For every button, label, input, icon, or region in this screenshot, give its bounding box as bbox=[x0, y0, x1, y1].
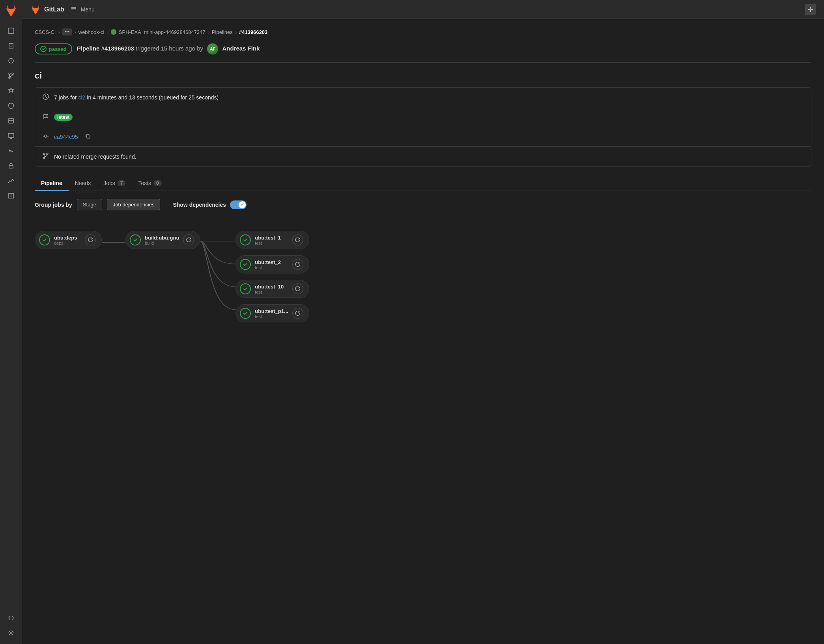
job-node-ubu-test-10[interactable]: ubu:test_10 test bbox=[235, 280, 309, 298]
user-name: Andreas Fink bbox=[222, 45, 260, 52]
sidebar-item-repository[interactable] bbox=[3, 39, 19, 53]
sidebar-item-monitor[interactable] bbox=[3, 129, 19, 143]
job-retry-test10[interactable] bbox=[292, 283, 303, 294]
breadcrumb-dots-btn[interactable]: ••• bbox=[62, 28, 72, 36]
job-info-build: build:ubu:gnu build bbox=[145, 235, 179, 245]
toggle-check-icon: ✓ bbox=[241, 202, 244, 207]
tab-needs[interactable]: Needs bbox=[69, 176, 97, 191]
sidebar-item-packages[interactable] bbox=[3, 114, 19, 128]
job-status-circle-testp1 bbox=[240, 308, 251, 319]
stage-deps: ubu:deps deps bbox=[35, 231, 102, 249]
sidebar-item-merge-requests[interactable] bbox=[3, 69, 19, 83]
gitlab-logo[interactable] bbox=[4, 3, 18, 17]
svg-rect-11 bbox=[87, 135, 90, 138]
job-name-testp1: ubu:test_p1... bbox=[255, 308, 288, 314]
info-row-commit: ca944c95 bbox=[35, 127, 811, 147]
job-node-ubu-test-1[interactable]: ubu:test_1 test bbox=[235, 231, 309, 249]
svg-point-4 bbox=[12, 73, 13, 75]
show-deps-toggle[interactable]: ✓ bbox=[230, 200, 247, 209]
sidebar-item-analytics[interactable] bbox=[3, 174, 19, 188]
section-title: ci bbox=[35, 71, 811, 81]
tab-needs-label: Needs bbox=[75, 180, 91, 186]
job-retry-build[interactable] bbox=[183, 234, 194, 245]
job-retry-test2[interactable] bbox=[292, 259, 303, 270]
tab-pipeline[interactable]: Pipeline bbox=[35, 176, 69, 191]
sidebar-item-issues[interactable] bbox=[3, 54, 19, 68]
stage-test: ubu:test_1 test ubu:test_2 bbox=[235, 231, 309, 322]
sidebar-item-project[interactable] bbox=[3, 24, 19, 38]
sidebar bbox=[0, 0, 22, 644]
top-navigation: GitLab Menu bbox=[22, 0, 824, 19]
tab-jobs[interactable]: Jobs 7 bbox=[97, 176, 132, 191]
breadcrumb-sep-5: › bbox=[235, 29, 237, 35]
breadcrumb-cscs-ci[interactable]: CSCS-CI bbox=[35, 29, 56, 35]
job-stage-test1: test bbox=[255, 241, 288, 245]
breadcrumb-webhook-ci[interactable]: webhook-ci bbox=[78, 29, 105, 35]
mr-icon bbox=[42, 152, 49, 161]
menu-button[interactable] bbox=[71, 6, 77, 13]
job-stage-test10: test bbox=[255, 290, 288, 294]
app-name: GitLab bbox=[44, 6, 64, 13]
svg-rect-6 bbox=[8, 133, 14, 137]
svg-point-10 bbox=[45, 135, 47, 137]
job-retry-test1[interactable] bbox=[292, 234, 303, 245]
breadcrumb-sep-4: › bbox=[208, 29, 209, 35]
tab-tests-badge: 0 bbox=[153, 180, 162, 186]
job-status-circle-ubu-deps bbox=[39, 234, 50, 245]
pipeline-graph: ubu:deps deps bbox=[35, 223, 811, 330]
project-dot bbox=[111, 29, 116, 35]
job-info-test10: ubu:test_10 test bbox=[255, 284, 288, 294]
breadcrumb-sep-2: › bbox=[74, 29, 76, 35]
group-by-stage-button[interactable]: Stage bbox=[77, 199, 102, 210]
add-button[interactable] bbox=[805, 4, 816, 15]
pipeline-header: passed Pipeline #413966203 triggered 15 … bbox=[35, 43, 811, 63]
sidebar-item-wiki[interactable] bbox=[3, 189, 19, 203]
group-jobs-bar: Group jobs by Stage Job dependencies Sho… bbox=[35, 199, 811, 210]
sidebar-item-cicd[interactable] bbox=[3, 84, 19, 98]
job-node-build-ubu-gnu[interactable]: build:ubu:gnu build bbox=[125, 231, 200, 249]
pipeline-tabs: Pipeline Needs Jobs 7 Tests 0 bbox=[35, 176, 811, 191]
toggle-knob: ✓ bbox=[239, 201, 246, 208]
breadcrumb-sep-3: › bbox=[107, 29, 108, 35]
job-status-circle-build bbox=[130, 234, 141, 245]
breadcrumb-project[interactable]: SPH-EXA_mini-app-44692846847247 bbox=[119, 29, 206, 35]
tab-pipeline-label: Pipeline bbox=[41, 180, 62, 186]
connector-line-1 bbox=[102, 242, 125, 243]
sidebar-item-security[interactable] bbox=[3, 99, 19, 113]
branch-link[interactable]: ci2 bbox=[78, 94, 85, 101]
svg-point-14 bbox=[47, 153, 48, 155]
job-info-test2: ubu:test_2 test bbox=[255, 259, 288, 270]
group-jobs-label: Group jobs by bbox=[35, 202, 72, 208]
svg-rect-5 bbox=[9, 118, 13, 123]
job-name-test10: ubu:test_10 bbox=[255, 284, 288, 290]
breadcrumb-pipelines[interactable]: Pipelines bbox=[212, 29, 233, 35]
flag-icon bbox=[42, 113, 49, 121]
job-node-ubu-deps[interactable]: ubu:deps deps bbox=[35, 231, 102, 249]
multi-connector bbox=[200, 231, 235, 322]
sidebar-item-snippets[interactable] bbox=[3, 611, 19, 625]
group-by-job-deps-button[interactable]: Job dependencies bbox=[107, 199, 161, 210]
sidebar-item-infra[interactable] bbox=[3, 144, 19, 158]
svg-rect-7 bbox=[9, 165, 13, 168]
check-circle-icon bbox=[40, 46, 47, 52]
commit-hash-link[interactable]: ca944c95 bbox=[54, 134, 78, 140]
user-avatar: AF bbox=[207, 43, 218, 54]
app-logo-bar: GitLab bbox=[30, 4, 64, 15]
job-status-circle-test1 bbox=[240, 234, 251, 245]
sidebar-item-settings[interactable] bbox=[3, 626, 19, 640]
pipeline-status-badge: passed bbox=[35, 43, 72, 54]
job-stage-testp1: test bbox=[255, 314, 288, 319]
job-status-circle-test2 bbox=[240, 259, 251, 270]
job-retry-testp1[interactable] bbox=[292, 308, 303, 319]
connector-1 bbox=[102, 242, 125, 243]
breadcrumb: CSCS-CI › ••• › webhook-ci › SPH-EXA_min… bbox=[35, 28, 811, 36]
tab-tests[interactable]: Tests 0 bbox=[132, 176, 168, 191]
job-node-ubu-test-2[interactable]: ubu:test_2 test bbox=[235, 255, 309, 273]
sidebar-item-lock[interactable] bbox=[3, 159, 19, 173]
job-stage-build: build bbox=[145, 241, 179, 245]
job-node-ubu-test-p1[interactable]: ubu:test_p1... test bbox=[235, 304, 309, 322]
tab-jobs-badge: 7 bbox=[118, 180, 126, 186]
job-retry-ubu-deps[interactable] bbox=[85, 234, 96, 245]
job-info-ubu-deps: ubu:deps deps bbox=[54, 235, 81, 245]
copy-commit-button[interactable] bbox=[83, 133, 93, 141]
